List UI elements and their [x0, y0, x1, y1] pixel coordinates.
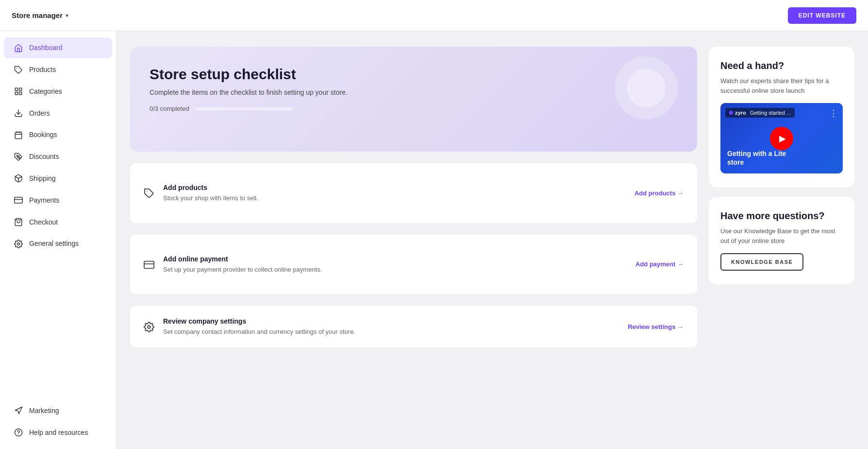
- tag-icon: [14, 65, 23, 74]
- sidebar: Dashboard Products Categories: [0, 31, 117, 449]
- sidebar-item-bookings[interactable]: Bookings: [4, 124, 112, 145]
- need-hand-card: Need a hand? Watch our experts share the…: [709, 47, 854, 187]
- card-checklist-icon: [144, 259, 154, 270]
- video-menu-icon[interactable]: ⋮: [829, 108, 838, 119]
- checklist-item-add-payment: Add online payment Set up your payment p…: [130, 235, 697, 294]
- need-hand-title: Need a hand?: [720, 60, 843, 71]
- zyro-label: zyro: [735, 110, 746, 116]
- checklist-title-add-payment: Add online payment: [163, 255, 627, 263]
- checklist-text-add-payment: Add online payment Set up your payment p…: [163, 255, 627, 274]
- svg-point-17: [17, 242, 20, 245]
- sidebar-item-products[interactable]: Products: [4, 59, 112, 80]
- grid-icon: [14, 87, 23, 96]
- svg-rect-2: [19, 88, 22, 91]
- sidebar-item-marketing[interactable]: Marketing: [4, 400, 112, 421]
- topbar-left: Store manager ▾: [12, 11, 68, 19]
- card-icon: [14, 195, 23, 205]
- sidebar-item-orders-label: Orders: [29, 109, 50, 117]
- review-settings-action[interactable]: Review settings →: [628, 323, 684, 330]
- sidebar-item-help-label: Help and resources: [29, 429, 88, 436]
- sidebar-item-orders[interactable]: Orders: [4, 103, 112, 123]
- video-caption: Getting started ...: [750, 110, 791, 116]
- checklist-item-add-products: Add products Stock your shop with items …: [130, 163, 697, 223]
- sidebar-item-marketing-label: Marketing: [29, 407, 59, 414]
- checklist-desc-add-payment: Set up your payment provider to collect …: [163, 266, 322, 273]
- progress-bar-background: [195, 107, 292, 110]
- checklist-desc-add-products: Stock your shop with items to sell.: [163, 194, 258, 202]
- checklist-title-review-settings: Review company settings: [163, 317, 619, 325]
- need-hand-description: Watch our experts share their tips for a…: [720, 76, 843, 95]
- svg-rect-6: [15, 132, 22, 139]
- more-questions-card: Have more questions? Use our Knowledge B…: [709, 197, 854, 284]
- download-icon: [14, 108, 23, 118]
- checklist-text-add-products: Add products Stock your shop with items …: [163, 184, 626, 202]
- hero-card: Store setup checklist Complete the items…: [130, 47, 697, 152]
- sidebar-item-dashboard[interactable]: Dashboard: [4, 37, 112, 58]
- main-content: Store setup checklist Complete the items…: [117, 31, 868, 449]
- edit-website-button[interactable]: EDIT WEBSITE: [788, 7, 856, 24]
- svg-point-23: [148, 326, 150, 328]
- help-icon: [14, 428, 23, 437]
- svg-rect-14: [15, 197, 23, 203]
- discount-icon: [14, 152, 23, 161]
- sidebar-item-general-settings[interactable]: General settings: [4, 233, 112, 254]
- gear-checklist-icon: [144, 321, 154, 332]
- sidebar-item-discounts-label: Discounts: [29, 153, 59, 160]
- video-thumbnail[interactable]: zyro Getting started ... ▶ Getting with …: [720, 103, 843, 173]
- sidebar-item-general-settings-label: General settings: [29, 240, 79, 247]
- home-icon: [14, 43, 23, 52]
- hero-decoration: [615, 56, 678, 120]
- checklist-desc-review-settings: Set company contact information and curr…: [163, 328, 355, 335]
- progress-row: 0/3 completed: [150, 105, 680, 112]
- svg-point-10: [17, 155, 18, 156]
- sidebar-item-shipping-label: Shipping: [29, 174, 56, 182]
- store-manager-label: Store manager: [12, 11, 63, 19]
- hero-title: Store setup checklist: [150, 66, 680, 83]
- knowledge-base-button[interactable]: KNOWLEDGE BASE: [720, 253, 803, 271]
- sidebar-item-payments[interactable]: Payments: [4, 190, 112, 210]
- topbar: Store manager ▾ EDIT WEBSITE: [0, 0, 868, 31]
- gear-icon: [14, 239, 23, 248]
- sidebar-item-categories[interactable]: Categories: [4, 81, 112, 102]
- more-questions-title: Have more questions?: [720, 210, 843, 222]
- sidebar-item-categories-label: Categories: [29, 87, 62, 95]
- sidebar-item-shipping[interactable]: Shipping: [4, 168, 112, 189]
- svg-rect-21: [144, 261, 154, 268]
- box-icon: [14, 174, 23, 183]
- zyro-dot: [729, 111, 733, 115]
- right-panel: Need a hand? Watch our experts share the…: [709, 47, 854, 294]
- sidebar-item-payments-label: Payments: [29, 196, 59, 204]
- checklist-item-review-settings: Review company settings Set company cont…: [130, 306, 697, 347]
- calendar-icon: [14, 130, 23, 139]
- add-payment-action[interactable]: Add payment →: [635, 260, 684, 268]
- checklist-title-add-products: Add products: [163, 184, 626, 191]
- sidebar-item-discounts[interactable]: Discounts: [4, 146, 112, 167]
- svg-rect-1: [15, 88, 17, 91]
- sidebar-item-checkout[interactable]: Checkout: [4, 211, 112, 232]
- progress-label: 0/3 completed: [150, 105, 189, 112]
- sidebar-item-products-label: Products: [29, 66, 56, 73]
- play-icon: ▶: [779, 133, 786, 144]
- svg-rect-3: [19, 92, 22, 95]
- more-questions-description: Use our Knowledge Base to get the most o…: [720, 226, 843, 245]
- sidebar-item-bookings-label: Bookings: [29, 131, 57, 138]
- add-products-action[interactable]: Add products →: [634, 190, 684, 197]
- chevron-down-icon[interactable]: ▾: [66, 12, 68, 19]
- svg-rect-4: [15, 92, 17, 95]
- zyro-badge: zyro Getting started ...: [725, 108, 795, 118]
- play-button[interactable]: ▶: [770, 127, 793, 150]
- bag-icon: [14, 217, 23, 226]
- sidebar-item-dashboard-label: Dashboard: [29, 44, 63, 52]
- tag-checklist-icon: [144, 188, 154, 199]
- sidebar-item-checkout-label: Checkout: [29, 218, 58, 226]
- video-title-overlay: Getting with a Lite store: [727, 149, 790, 167]
- sidebar-item-help[interactable]: Help and resources: [4, 422, 112, 443]
- megaphone-icon: [14, 406, 23, 415]
- checklist-text-review-settings: Review company settings Set company cont…: [163, 317, 619, 336]
- main-layout: Dashboard Products Categories: [0, 31, 868, 449]
- hero-description: Complete the items on the checklist to f…: [150, 88, 680, 96]
